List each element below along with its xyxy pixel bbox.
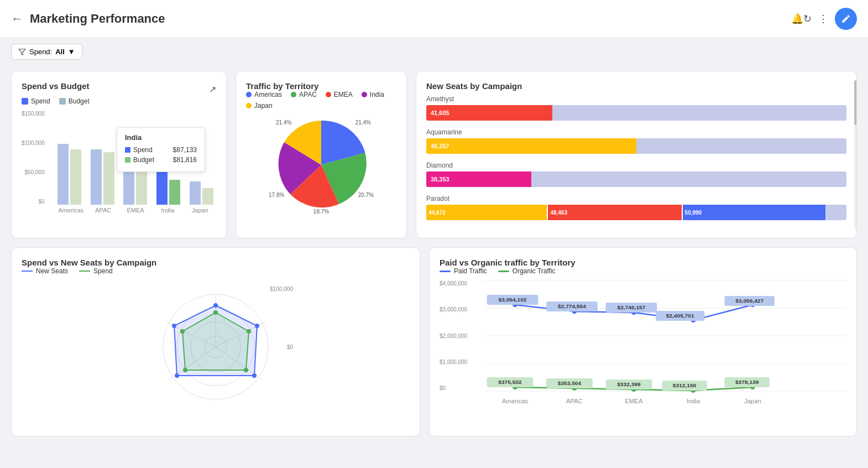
pie-legend-japan: Japan xyxy=(246,102,273,110)
radar-spend-label: Spend xyxy=(93,267,113,275)
bar-apac-budget xyxy=(103,152,114,205)
user-avatar[interactable] xyxy=(835,8,857,30)
radar-outer-label: $100,000 xyxy=(270,286,293,292)
pie-pct-label-americas-right: 21.4% xyxy=(355,119,371,126)
svg-text:$2,774,504: $2,774,504 xyxy=(558,304,587,309)
bar-group-americas xyxy=(55,144,85,205)
back-button[interactable]: ← xyxy=(11,12,23,26)
pvot-y-labels: $4,000,000 $3,000,000 $2,000,000 $1,000,… xyxy=(440,280,467,391)
pie-legend-india: India xyxy=(362,91,384,98)
pie-label-emea: EMEA xyxy=(334,91,353,98)
bar-group-apac xyxy=(88,149,118,205)
pie-dot-apac xyxy=(291,92,296,97)
svg-text:EMEA: EMEA xyxy=(625,398,643,404)
bottom-row: Spend vs New Seats by Campaign New Seats… xyxy=(11,247,857,436)
bar-japan-spend xyxy=(190,181,201,205)
tooltip-spend-row: Spend $87,133 xyxy=(125,146,197,154)
y-label-0: $0 xyxy=(22,199,45,205)
pie-legend-apac: APAC xyxy=(291,91,317,98)
radar-legend-spend: Spend xyxy=(79,267,113,275)
bar-americas-budget xyxy=(70,149,81,205)
bar-chart-area: $150,000 $100,000 $50,000 $0 xyxy=(22,111,216,227)
svg-point-13 xyxy=(255,324,259,328)
paradot-value2: 48,463 xyxy=(550,210,567,216)
y-axis-labels: $150,000 $100,000 $50,000 $0 xyxy=(22,111,45,205)
svg-text:$353,504: $353,504 xyxy=(558,381,582,386)
dashboard: Spend vs Budget ↗ Spend Budget $150,000 … xyxy=(0,65,868,448)
paradot-value1: 44,672 xyxy=(428,210,446,216)
pie-pct-label-india: 18.7% xyxy=(313,209,329,215)
pie-label-apac: APAC xyxy=(299,91,317,98)
svg-text:$2,740,157: $2,740,157 xyxy=(617,305,645,310)
new-seats-campaign-card: New Seats by Campaign Amethyst 41,605 Aq… xyxy=(416,71,857,238)
pie-pct-label-japan: 17.8% xyxy=(269,192,284,198)
legend-paid-traffic: Paid Traffic xyxy=(440,267,487,275)
more-button[interactable]: ⋮ xyxy=(818,13,828,25)
budget-label: Budget xyxy=(69,97,90,105)
svg-point-14 xyxy=(252,373,257,378)
filter-label: Spend: xyxy=(29,48,52,56)
bar-chart-tooltip: India Spend $87,133 Budget $81,81 xyxy=(117,127,205,172)
pvot-title: Paid vs Organic traffic by Territory xyxy=(440,258,576,267)
svg-text:$375,502: $375,502 xyxy=(498,379,521,385)
tooltip-budget-dot xyxy=(125,157,130,163)
aquamarine-value: 46,257 xyxy=(431,143,449,149)
bar-japan-budget xyxy=(202,188,213,205)
y-label-1m: $1,000,000 xyxy=(440,359,467,365)
app-header: ← Marketing Performance 🔔 ↻ ⋮ xyxy=(0,0,868,38)
pie-dot-americas xyxy=(246,92,252,97)
nsbc-title: New Seats by Campaign xyxy=(426,81,522,91)
pie-legend-emea: EMEA xyxy=(326,91,353,98)
radar-mid-label: $0 xyxy=(287,344,293,350)
svg-text:$312,150: $312,150 xyxy=(673,383,696,388)
line-chart-legend: Paid Traffic Organic Traffic xyxy=(440,267,846,275)
pie-dot-india xyxy=(362,92,367,97)
legend-spend: Spend xyxy=(22,97,50,105)
pie-legend-americas: Americas xyxy=(246,91,282,98)
svg-text:$2,405,701: $2,405,701 xyxy=(666,313,695,319)
bar-group-japan xyxy=(186,181,216,205)
svg-text:$378,139: $378,139 xyxy=(735,379,759,385)
spend-dot xyxy=(22,98,28,105)
y-label-50k: $50,000 xyxy=(22,169,45,175)
svg-text:$3,056,427: $3,056,427 xyxy=(735,298,764,304)
svns-title: Spend vs New Seats by Campaign xyxy=(22,258,156,267)
spend-label: Spend xyxy=(31,97,50,105)
paradot-value3: 50,990 xyxy=(685,210,702,216)
legend-organic-traffic: Organic Traffic xyxy=(498,267,556,275)
svg-point-15 xyxy=(175,373,179,378)
spend-filter-button[interactable]: Spend: All ▼ xyxy=(11,44,82,60)
campaign-amethyst: Amethyst 41,605 xyxy=(426,95,846,121)
pie-dot-emea xyxy=(326,92,331,97)
tooltip-title: India xyxy=(125,133,197,142)
pie-label-americas: Americas xyxy=(254,91,282,98)
svb-title: Spend vs Budget xyxy=(22,81,90,91)
svg-point-17 xyxy=(213,310,218,315)
traffic-territory-card: Traffic by Territory Americas APAC EMEA … xyxy=(236,71,407,238)
svg-text:Americas: Americas xyxy=(502,398,528,404)
svg-text:Japan: Japan xyxy=(744,398,761,404)
tooltip-spend-label: Spend xyxy=(125,146,153,154)
bar-apac-spend xyxy=(91,149,102,205)
svg-point-16 xyxy=(172,324,176,328)
spend-vs-budget-card: Spend vs Budget ↗ Spend Budget $150,000 … xyxy=(11,71,227,238)
tooltip-budget-value: $81,816 xyxy=(173,156,197,164)
refresh-button[interactable]: ↻ xyxy=(803,13,812,25)
radar-new-seats-label: New Seats xyxy=(36,267,68,275)
pie-dot-japan xyxy=(246,103,252,108)
svg-point-18 xyxy=(247,329,251,334)
y-label-4m: $4,000,000 xyxy=(440,280,467,287)
expand-button[interactable]: ↗ xyxy=(209,84,216,95)
svg-text:$332,399: $332,399 xyxy=(617,382,640,387)
pie-chart-container: 21.4% 21.4% 20.7% 18.7% 17.8% xyxy=(246,115,396,215)
campaign-aquamarine: Aquamarine 46,257 xyxy=(426,128,846,154)
organic-traffic-label: Organic Traffic xyxy=(513,267,556,275)
radar-chart-svg xyxy=(133,286,299,408)
x-axis-labels: Americas APAC EMEA India Japan xyxy=(22,207,216,214)
y-label-0: $0 xyxy=(440,385,467,391)
svg-text:$3,054,102: $3,054,102 xyxy=(499,297,527,303)
notification-icon: 🔔 xyxy=(791,13,803,25)
x-label-americas: Americas xyxy=(55,207,87,214)
spend-line xyxy=(79,271,90,272)
tooltip-budget-label: Budget xyxy=(125,156,154,164)
